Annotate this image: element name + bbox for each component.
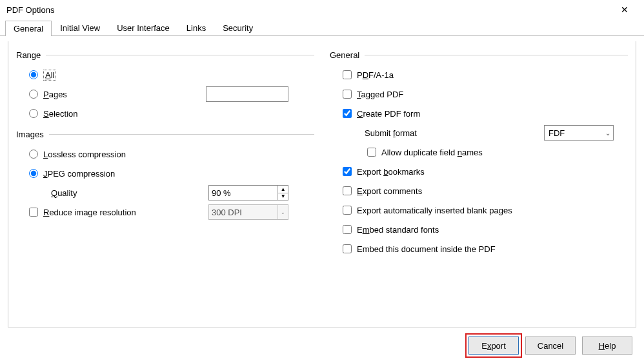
label-submit-format: Submit format [365,128,417,138]
label-quality: Quality [51,188,77,198]
group-general: General PDF/A-1a Tagged PDF Create PDF f… [330,50,628,259]
label-reduce-resolution: Reduce image resolution [43,208,136,217]
label-all: All [43,70,56,80]
radio-selection[interactable] [29,109,38,118]
submit-format-select[interactable]: FDF ⌄ [544,125,614,141]
checkbox-export-bookmarks[interactable] [343,167,352,176]
label-embed-fonts: Embed standard fonts [357,225,439,235]
tab-security[interactable]: Security [214,20,261,35]
resolution-select: ⌄ [208,204,288,220]
quality-input[interactable] [209,186,277,200]
quality-up-icon[interactable]: ▲ [278,186,288,193]
checkbox-embed-doc[interactable] [343,244,352,253]
resolution-value [209,205,277,219]
label-export-comments: Export comments [357,186,422,196]
group-range-title: Range [16,50,46,60]
help-button[interactable]: Help [582,337,632,355]
group-images-title: Images [16,130,49,139]
label-pdfa: PDF/A-1a [357,70,394,80]
pages-input[interactable] [206,86,288,102]
checkbox-pdfa[interactable] [343,70,352,79]
label-jpeg: JPEG compression [43,169,115,179]
quality-spinner[interactable]: ▲ ▼ [208,185,288,200]
label-create-form: Create PDF form [357,109,420,119]
radio-jpeg[interactable] [29,169,38,178]
group-images: Images Lossless compression JPEG compres… [16,130,314,222]
checkbox-create-form[interactable] [343,109,352,118]
label-embed-doc: Embed this document inside the PDF [357,244,496,254]
window-title: PDF Options [6,5,54,15]
checkbox-allow-duplicate[interactable] [367,148,376,157]
group-general-title: General [330,50,365,60]
label-tagged: Tagged PDF [357,90,403,99]
button-bar: Export Cancel Help [0,330,644,361]
checkbox-tagged[interactable] [343,90,352,99]
tab-initial-view[interactable]: Initial View [52,20,108,35]
tab-links[interactable]: Links [178,20,214,35]
radio-lossless[interactable] [29,150,38,159]
label-lossless: Lossless compression [43,150,126,159]
tab-general[interactable]: General [5,21,52,36]
quality-down-icon[interactable]: ▼ [278,193,288,200]
chevron-down-icon: ⌄ [605,130,610,137]
label-export-bookmarks: Export bookmarks [357,167,425,177]
checkbox-embed-fonts[interactable] [343,225,352,234]
tab-strip: General Initial View User Interface Link… [0,19,644,36]
close-icon[interactable]: ✕ [612,0,638,19]
export-button[interactable]: Export [468,337,519,355]
checkbox-reduce-resolution[interactable] [29,208,38,217]
cancel-button[interactable]: Cancel [525,337,576,355]
submit-format-value: FDF [548,128,565,138]
checkbox-export-comments[interactable] [343,186,352,195]
group-range: Range All Pages Selection [16,50,314,123]
label-selection: Selection [43,109,77,119]
label-export-blank: Export automatically inserted blank page… [357,206,512,215]
checkbox-export-blank[interactable] [343,206,352,215]
radio-all[interactable] [29,70,38,79]
radio-pages[interactable] [29,90,38,99]
tab-user-interface[interactable]: User Interface [108,20,178,35]
label-allow-duplicate: Allow duplicate field names [381,148,483,157]
label-pages: Pages [43,90,67,99]
chevron-down-icon: ⌄ [278,205,288,219]
